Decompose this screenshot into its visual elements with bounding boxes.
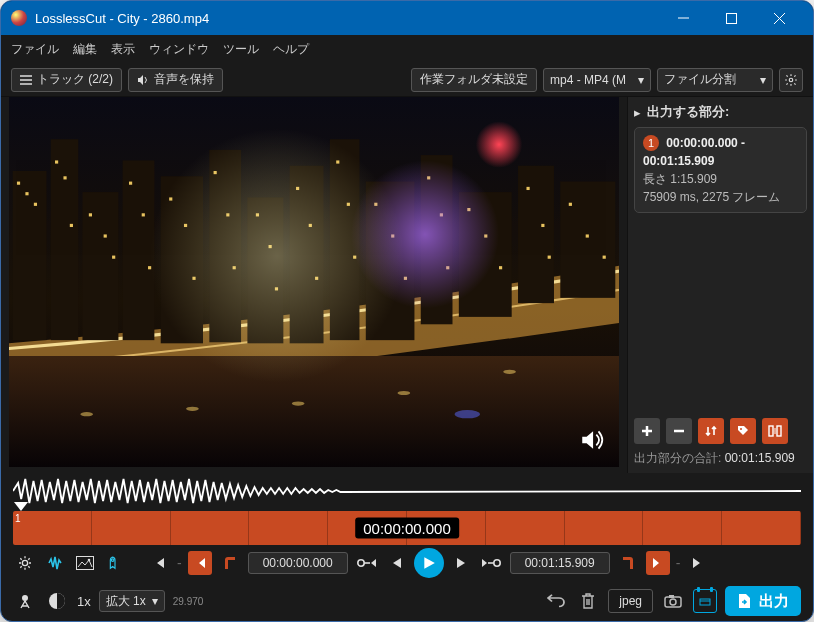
delete-source-button[interactable] [576, 589, 600, 613]
next-keyframe-button[interactable] [646, 551, 670, 575]
cut-mode-button[interactable] [45, 589, 69, 613]
titlebar: LosslessCut - City - 2860.mp4 [1, 1, 813, 35]
zoom-value: 拡大 1x [106, 593, 146, 610]
svg-point-74 [88, 559, 91, 562]
jump-end-button[interactable] [686, 551, 710, 575]
export-icon [737, 593, 753, 609]
svg-point-77 [493, 560, 499, 566]
svg-rect-59 [603, 256, 606, 259]
controls-bar: - 00:00:00.000 00:01:15.909 - [1, 545, 813, 581]
svg-point-63 [80, 412, 93, 416]
waveform[interactable] [13, 473, 801, 509]
chevron-down-icon: ▾ [638, 73, 644, 87]
keyframes-toggle-button[interactable] [103, 551, 127, 575]
working-folder-button[interactable]: 作業フォルダ未設定 [411, 68, 537, 92]
svg-rect-22 [63, 176, 66, 179]
chevron-right-icon[interactable]: ▸ [634, 105, 641, 120]
svg-point-65 [292, 401, 305, 405]
maximize-button[interactable] [707, 1, 755, 35]
svg-rect-83 [700, 599, 710, 605]
menu-edit[interactable]: 編集 [73, 41, 97, 58]
volume-icon [137, 74, 149, 86]
add-segment-button[interactable] [634, 418, 660, 444]
end-timecode-input[interactable]: 00:01:15.909 [510, 552, 610, 574]
svg-rect-27 [129, 182, 132, 185]
segment-detail: 75909 ms, 2275 フレーム [643, 188, 798, 206]
close-button[interactable] [755, 1, 803, 35]
step-forward-button[interactable] [450, 551, 474, 575]
label-segments-button[interactable] [730, 418, 756, 444]
menu-view[interactable]: 表示 [111, 41, 135, 58]
divider: - [177, 555, 182, 571]
svg-point-62 [150, 129, 404, 383]
svg-rect-54 [526, 187, 529, 190]
prev-keyframe-button[interactable] [188, 551, 212, 575]
playhead-marker[interactable] [14, 502, 28, 511]
svg-point-1 [789, 78, 793, 82]
segments-sum-value: 00:01:15.909 [725, 451, 795, 465]
export-button[interactable]: 出力 [725, 586, 801, 616]
invert-cut-button[interactable] [13, 589, 37, 613]
timeline[interactable]: 1 00:00:00.000 [13, 511, 801, 545]
sort-segments-button[interactable] [698, 418, 724, 444]
split-mode-value: ファイル分割 [664, 71, 736, 88]
svg-rect-56 [548, 256, 551, 259]
seek-fwd-keyframe-button[interactable] [480, 551, 504, 575]
capture-format-select[interactable]: jpeg [608, 589, 653, 613]
timeline-current-time: 00:00:00.000 [355, 518, 459, 539]
settings-button[interactable] [779, 68, 803, 92]
settings-icon-button[interactable] [13, 551, 37, 575]
svg-rect-25 [104, 234, 107, 237]
minimize-button[interactable] [659, 1, 707, 35]
menu-file[interactable]: ファイル [11, 41, 59, 58]
svg-point-76 [357, 560, 363, 566]
menu-help[interactable]: ヘルプ [273, 41, 309, 58]
menu-tools[interactable]: ツール [223, 41, 259, 58]
svg-rect-16 [518, 166, 554, 303]
svg-rect-21 [55, 160, 58, 163]
app-logo [11, 10, 27, 26]
remove-segment-button[interactable] [666, 418, 692, 444]
jump-start-button[interactable] [147, 551, 171, 575]
output-format-value: mp4 - MP4 (M [550, 73, 626, 87]
waveform-toggle-button[interactable] [43, 551, 67, 575]
export-label: 出力 [759, 592, 789, 611]
set-cut-end-button[interactable] [616, 551, 640, 575]
svg-point-67 [455, 410, 480, 418]
seek-back-keyframe-button[interactable] [354, 551, 378, 575]
video-preview[interactable] [9, 97, 619, 467]
tracks-button[interactable]: トラック (2/2) [11, 68, 122, 92]
svg-point-68 [503, 370, 516, 374]
capture-frame-button[interactable] [661, 589, 685, 613]
preview-image [9, 97, 619, 467]
keep-audio-label: 音声を保持 [154, 71, 214, 88]
svg-rect-55 [541, 224, 544, 227]
svg-rect-17 [560, 182, 615, 298]
undo-button[interactable] [544, 589, 568, 613]
chevron-down-icon: ▾ [152, 594, 158, 608]
working-folder-label: 作業フォルダ未設定 [420, 71, 528, 88]
start-timecode-input[interactable]: 00:00:00.000 [248, 552, 348, 574]
svg-rect-73 [77, 557, 94, 570]
menu-window[interactable]: ウィンドウ [149, 41, 209, 58]
segments-panel: ▸ 出力する部分: 1 00:00:00.000 - 00:01:15.909 … [627, 97, 813, 473]
play-button[interactable] [414, 548, 444, 578]
step-back-button[interactable] [384, 551, 408, 575]
thumbnails-toggle-button[interactable] [73, 551, 97, 575]
keep-audio-button[interactable]: 音声を保持 [128, 68, 223, 92]
segment-card[interactable]: 1 00:00:00.000 - 00:01:15.909 長さ 1:15.90… [634, 127, 807, 213]
split-mode-select[interactable]: ファイル分割 ▾ [657, 68, 773, 92]
playback-speed[interactable]: 1x [77, 594, 91, 609]
zoom-select[interactable]: 拡大 1x ▾ [99, 590, 165, 612]
gear-icon [784, 73, 798, 87]
set-cut-start-button[interactable] [218, 551, 242, 575]
output-format-select[interactable]: mp4 - MP4 (M ▾ [543, 68, 651, 92]
segment-length: 長さ 1:15.909 [643, 170, 798, 188]
svg-rect-57 [569, 203, 572, 206]
split-segments-button[interactable] [762, 418, 788, 444]
speaker-icon[interactable] [579, 427, 605, 453]
svg-rect-28 [142, 213, 145, 216]
svg-rect-19 [25, 192, 28, 195]
batch-files-button[interactable] [693, 589, 717, 613]
tracks-label: トラック (2/2) [37, 71, 113, 88]
